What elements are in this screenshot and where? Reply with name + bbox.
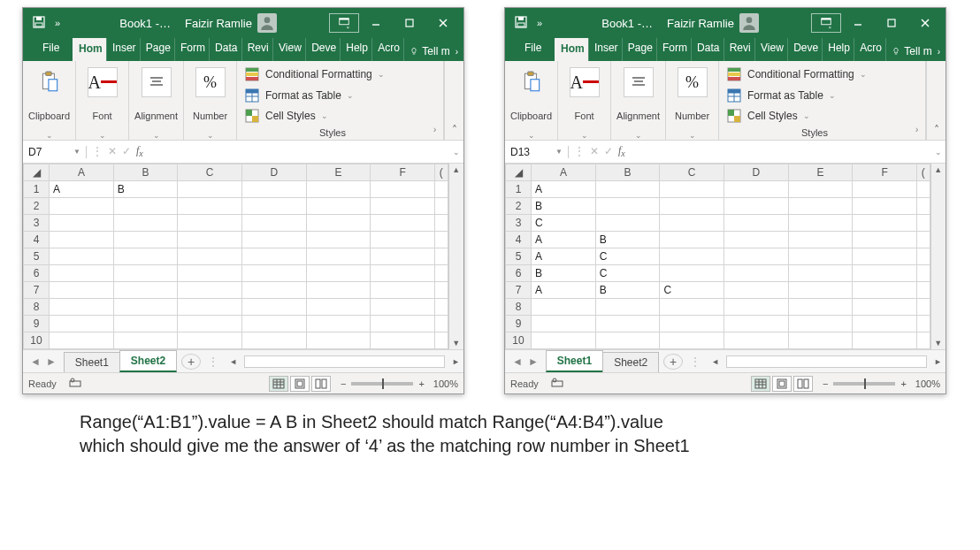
cell-C2[interactable] <box>660 198 724 215</box>
cell-E8[interactable] <box>788 299 853 316</box>
row-header-6[interactable]: 6 <box>506 265 532 282</box>
cell-E6[interactable] <box>306 265 371 282</box>
cell-C4[interactable] <box>660 232 724 248</box>
row-header-8[interactable]: 8 <box>24 299 50 316</box>
clipboard-icon[interactable] <box>522 66 541 98</box>
col-header-F[interactable]: F <box>371 164 435 181</box>
zoom-slider[interactable]: −+100% <box>341 378 458 389</box>
macro-record-icon[interactable] <box>69 378 81 390</box>
view-normal-button[interactable] <box>269 376 288 392</box>
tell-me-search[interactable]: Tell m› <box>403 38 463 61</box>
tab-revi[interactable]: Revi <box>724 38 754 61</box>
row-header-1[interactable]: 1 <box>506 181 532 198</box>
row-header-4[interactable]: 4 <box>24 232 50 248</box>
cell-E1[interactable] <box>306 181 371 198</box>
cell-B2[interactable] <box>595 198 660 215</box>
cell-B4[interactable] <box>113 232 178 248</box>
cell-F6[interactable] <box>853 265 917 282</box>
view-page-layout-button[interactable] <box>772 376 792 392</box>
row-header-1[interactable]: 1 <box>24 181 50 198</box>
col-header-E[interactable]: E <box>306 164 371 181</box>
cell-C5[interactable] <box>178 248 242 265</box>
horizontal-scrollbar[interactable]: ◄► <box>708 355 946 368</box>
cell-C8[interactable] <box>660 299 724 316</box>
cell-C9[interactable] <box>660 316 724 332</box>
cell-styles-button[interactable]: Cell Styles⌄ <box>726 106 903 126</box>
cell-D7[interactable] <box>724 282 789 299</box>
tab-acro[interactable]: Acro <box>371 38 403 61</box>
view-normal-button[interactable] <box>751 376 770 392</box>
cell-A6[interactable] <box>50 265 114 282</box>
col-header-A[interactable]: A <box>532 164 596 181</box>
tab-deve[interactable]: Deve <box>305 38 340 61</box>
alignment-icon[interactable] <box>142 66 172 98</box>
row-header-9[interactable]: 9 <box>506 316 532 332</box>
horizontal-scrollbar[interactable]: ◄► <box>226 355 463 368</box>
cell-E4[interactable] <box>306 232 371 248</box>
cell-D1[interactable] <box>724 181 789 198</box>
cell-D3[interactable] <box>724 215 789 232</box>
col-header-D[interactable]: D <box>724 164 789 181</box>
col-header-B[interactable]: B <box>113 164 178 181</box>
row-header-7[interactable]: 7 <box>506 282 532 299</box>
cell-D4[interactable] <box>724 232 789 248</box>
fx-icon[interactable]: fx <box>618 144 625 158</box>
col-header-A[interactable]: A <box>50 164 114 181</box>
cell-E8[interactable] <box>306 299 371 316</box>
font-icon[interactable]: A <box>88 66 118 98</box>
sheet-tab-sheet2[interactable]: Sheet2 <box>119 350 177 372</box>
formula-expand-icon[interactable]: ⌄ <box>449 148 463 157</box>
cancel-formula-icon[interactable]: ✕ <box>108 145 117 157</box>
font-icon[interactable]: A <box>570 66 600 98</box>
cell-E10[interactable] <box>788 332 853 349</box>
cell-F1[interactable] <box>371 181 435 198</box>
cell-A1[interactable]: A <box>50 181 114 198</box>
cell-A9[interactable] <box>50 316 114 332</box>
ribbon-overflow[interactable]: › <box>908 61 926 140</box>
vertical-scrollbar[interactable]: ▲▼ <box>930 164 946 349</box>
enter-formula-icon[interactable]: ✓ <box>604 145 613 157</box>
cell-B5[interactable]: C <box>595 248 660 265</box>
vertical-scrollbar[interactable]: ▲▼ <box>448 164 463 349</box>
col-header-E[interactable]: E <box>788 164 853 181</box>
cell-C10[interactable] <box>660 332 724 349</box>
cell-E7[interactable] <box>788 282 853 299</box>
cell-C7[interactable]: C <box>660 282 724 299</box>
zoom-slider[interactable]: −+100% <box>823 378 940 389</box>
close-button[interactable] <box>426 8 460 38</box>
cell-E9[interactable] <box>788 316 853 332</box>
row-header-3[interactable]: 3 <box>506 215 532 232</box>
cell-B10[interactable] <box>595 332 660 349</box>
cell-E7[interactable] <box>306 282 371 299</box>
cell-F4[interactable] <box>371 232 435 248</box>
cell-B4[interactable]: B <box>595 232 660 248</box>
ribbon-overflow[interactable]: › <box>426 61 444 140</box>
select-all-corner[interactable]: ◢ <box>506 164 532 181</box>
row-header-4[interactable]: 4 <box>506 232 532 248</box>
sheet-tab-sheet1[interactable]: Sheet1 <box>64 352 120 372</box>
tab-file[interactable]: File <box>510 38 555 61</box>
name-box[interactable]: D7▼ <box>23 146 87 158</box>
qat-more-icon[interactable]: » <box>55 20 62 26</box>
cell-D1[interactable] <box>242 181 307 198</box>
cell-D4[interactable] <box>242 232 307 248</box>
tab-deve[interactable]: Deve <box>787 38 822 61</box>
cell-A2[interactable] <box>50 198 114 215</box>
tab-hom[interactable]: Hom <box>73 38 106 61</box>
cell-E2[interactable] <box>306 198 371 215</box>
cell-B10[interactable] <box>113 332 178 349</box>
col-header-F[interactable]: F <box>853 164 917 181</box>
cell-E10[interactable] <box>306 332 371 349</box>
chevron-down-icon[interactable]: ⌄ <box>689 133 696 138</box>
save-icon[interactable] <box>32 15 46 32</box>
row-header-5[interactable]: 5 <box>24 248 50 265</box>
tab-help[interactable]: Help <box>340 38 371 61</box>
cell-C8[interactable] <box>178 299 242 316</box>
tab-form[interactable]: Form <box>656 38 691 61</box>
col-header-C[interactable]: C <box>660 164 724 181</box>
cell-F3[interactable] <box>371 215 435 232</box>
minimize-button[interactable] <box>841 8 875 38</box>
tab-view[interactable]: View <box>272 38 305 61</box>
macro-record-icon[interactable] <box>551 378 563 390</box>
sheet-tab-sheet1[interactable]: Sheet1 <box>546 350 603 372</box>
